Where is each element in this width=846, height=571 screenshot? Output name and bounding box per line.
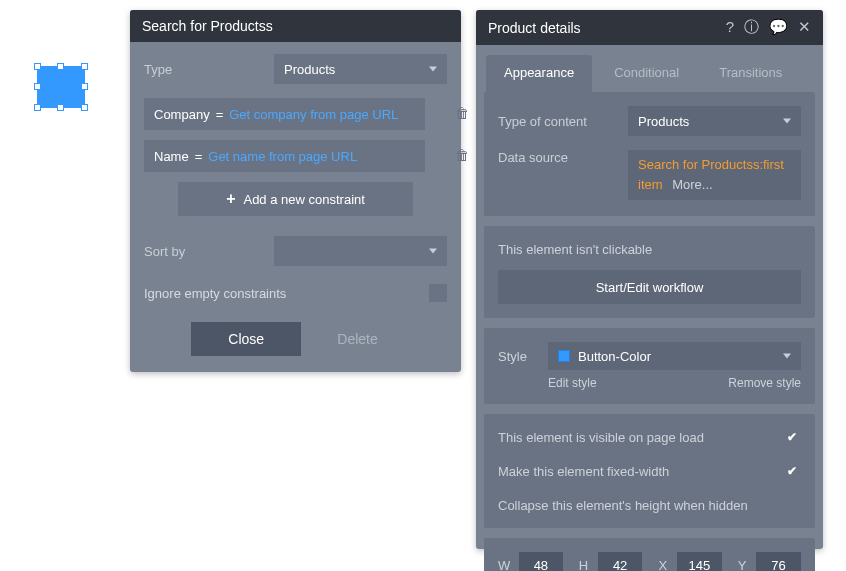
height-input[interactable]: 42 xyxy=(598,552,643,571)
resize-handle-s[interactable] xyxy=(57,104,64,111)
search-panel-title: Search for Productss xyxy=(142,18,273,34)
visible-label: This element is visible on page load xyxy=(498,430,704,445)
help-icon[interactable]: ? xyxy=(726,18,734,37)
chevron-down-icon xyxy=(783,119,791,124)
data-source-input[interactable]: Search for Productss:first item More... xyxy=(628,150,801,200)
chevron-down-icon xyxy=(429,67,437,72)
constraint-row-2[interactable]: Name = Get name from page URL xyxy=(144,140,425,172)
delete-button[interactable]: Delete xyxy=(315,322,399,356)
sort-label: Sort by xyxy=(144,244,274,259)
type-of-content-label: Type of content xyxy=(498,114,628,129)
resize-handle-nw[interactable] xyxy=(34,63,41,70)
search-panel: Search for Productss Type Products Compa… xyxy=(130,10,461,372)
style-value: Button-Color xyxy=(578,349,651,364)
properties-panel-header[interactable]: Product details ? ⓘ 💬 ✕ xyxy=(476,10,823,45)
close-button[interactable]: Close xyxy=(191,322,301,356)
width-input[interactable]: 48 xyxy=(519,552,564,571)
constraint-field: Name xyxy=(154,149,189,164)
sort-dropdown[interactable] xyxy=(274,236,447,266)
remove-style-link[interactable]: Remove style xyxy=(728,376,801,390)
style-label: Style xyxy=(498,349,534,364)
not-clickable-checkbox[interactable] xyxy=(783,240,801,258)
trash-icon[interactable]: 🗑 xyxy=(455,105,469,121)
constraint-value: Get name from page URL xyxy=(208,149,357,164)
fixed-width-label: Make this element fixed-width xyxy=(498,464,669,479)
w-label: W xyxy=(498,558,511,572)
edit-style-link[interactable]: Edit style xyxy=(548,376,597,390)
chevron-down-icon xyxy=(429,249,437,254)
fixed-width-checkbox[interactable] xyxy=(783,462,801,480)
type-dropdown[interactable]: Products xyxy=(274,54,447,84)
properties-panel: Product details ? ⓘ 💬 ✕ Appearance Condi… xyxy=(476,10,823,549)
data-source-label: Data source xyxy=(498,150,628,165)
tabs: Appearance Conditional Transitions xyxy=(484,55,815,92)
type-label: Type xyxy=(144,62,274,77)
x-input[interactable]: 145 xyxy=(677,552,722,571)
type-of-content-dropdown[interactable]: Products xyxy=(628,106,801,136)
resize-handle-ne[interactable] xyxy=(81,63,88,70)
selected-element[interactable] xyxy=(37,66,85,108)
collapse-checkbox[interactable] xyxy=(783,496,801,514)
add-constraint-label: Add a new constraint xyxy=(243,192,364,207)
trash-icon[interactable]: 🗑 xyxy=(455,147,469,163)
close-icon[interactable]: ✕ xyxy=(798,18,811,37)
data-source-more[interactable]: More... xyxy=(672,177,712,192)
visible-checkbox[interactable] xyxy=(783,428,801,446)
collapse-label: Collapse this element's height when hidd… xyxy=(498,498,748,513)
constraint-row-1[interactable]: Company = Get company from page URL xyxy=(144,98,425,130)
style-dropdown[interactable]: Button-Color xyxy=(548,342,801,370)
resize-handle-n[interactable] xyxy=(57,63,64,70)
search-panel-header[interactable]: Search for Productss xyxy=(130,10,461,42)
tab-conditional[interactable]: Conditional xyxy=(596,55,697,92)
tab-transitions[interactable]: Transitions xyxy=(701,55,800,92)
constraint-field: Company xyxy=(154,107,210,122)
type-value: Products xyxy=(284,62,335,77)
chevron-down-icon xyxy=(783,354,791,359)
resize-handle-se[interactable] xyxy=(81,104,88,111)
ignore-empty-checkbox[interactable] xyxy=(429,284,447,302)
properties-panel-title: Product details xyxy=(488,20,581,36)
comment-icon[interactable]: 💬 xyxy=(769,18,788,37)
tab-appearance[interactable]: Appearance xyxy=(486,55,592,92)
plus-icon: + xyxy=(226,190,235,208)
x-label: X xyxy=(656,558,669,572)
y-label: Y xyxy=(736,558,749,572)
start-edit-workflow-button[interactable]: Start/Edit workflow xyxy=(498,270,801,304)
constraint-op: = xyxy=(216,107,224,122)
h-label: H xyxy=(577,558,590,572)
resize-handle-w[interactable] xyxy=(34,83,41,90)
constraint-op: = xyxy=(195,149,203,164)
y-input[interactable]: 76 xyxy=(756,552,801,571)
add-constraint-button[interactable]: + Add a new constraint xyxy=(178,182,413,216)
resize-handle-e[interactable] xyxy=(81,83,88,90)
type-of-content-value: Products xyxy=(638,114,689,129)
resize-handle-sw[interactable] xyxy=(34,104,41,111)
ignore-empty-label: Ignore empty constraints xyxy=(144,286,286,301)
constraint-value: Get company from page URL xyxy=(229,107,398,122)
not-clickable-label: This element isn't clickable xyxy=(498,242,652,257)
info-icon[interactable]: ⓘ xyxy=(744,18,759,37)
style-swatch xyxy=(558,350,570,362)
